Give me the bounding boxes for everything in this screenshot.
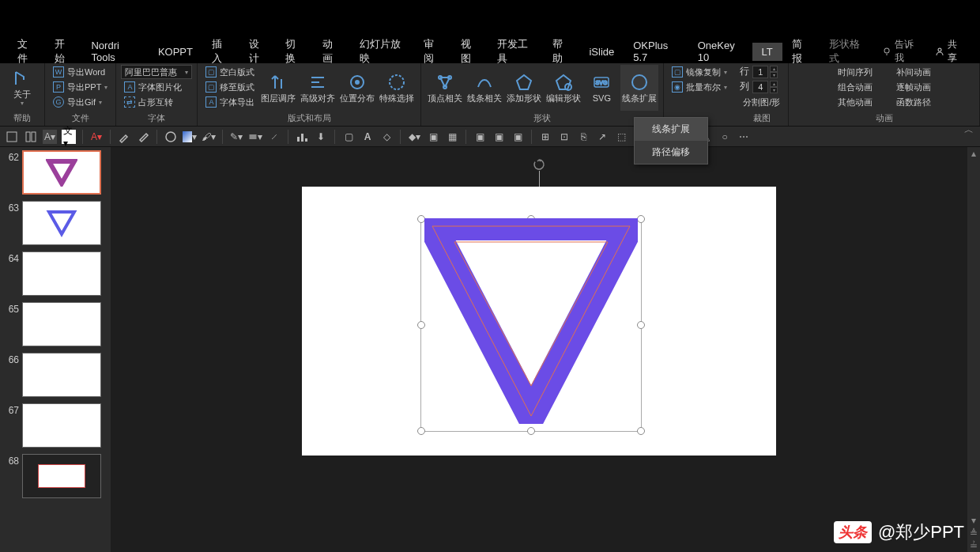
shape-swap[interactable]: ⇄占形互转 — [121, 95, 192, 109]
group-icon[interactable]: ▣ — [511, 130, 525, 144]
font-export[interactable]: A字体导出 — [202, 95, 258, 109]
font-to-image[interactable]: A字体图片化 — [121, 80, 192, 94]
download-icon[interactable]: ⬇ — [314, 130, 328, 144]
slide-thumbnails[interactable]: 62 63 64 65 66 67 68 — [0, 147, 111, 552]
misc3-icon[interactable]: ⎘ — [576, 130, 590, 144]
position-dist[interactable]: 位置分布 — [338, 65, 376, 111]
scroll-down[interactable]: ▾ — [967, 514, 980, 527]
scroll-up[interactable]: ▴ — [967, 147, 980, 160]
frame-anim[interactable]: 逐帧动画 — [893, 80, 934, 94]
triangle-shape[interactable] — [424, 218, 638, 424]
layer2-icon[interactable]: ▦ — [445, 130, 459, 144]
svg-btn[interactable]: SVGSVG — [584, 65, 619, 111]
square-icon[interactable]: ▢ — [341, 130, 356, 144]
canvas[interactable] — [111, 147, 967, 552]
send-back-icon[interactable]: ▣ — [492, 130, 506, 144]
thumb-65[interactable]: 65 — [3, 302, 107, 346]
move-icon: ▢ — [205, 81, 217, 93]
prev-slide[interactable]: ≜ — [967, 527, 980, 539]
misc2-icon[interactable]: ⊡ — [557, 130, 571, 144]
batch-bool[interactable]: ◉批量布尔▾ — [669, 80, 730, 94]
next-slide[interactable]: ≟ — [967, 539, 980, 552]
menu-onekey[interactable]: OneKey 10 — [688, 36, 752, 66]
brush-icon[interactable] — [136, 130, 150, 144]
thumb-66[interactable]: 66 — [3, 353, 107, 397]
handle-tr[interactable] — [637, 215, 645, 223]
text-a-icon[interactable]: A — [360, 130, 375, 144]
rotation-handle[interactable] — [533, 158, 545, 171]
mirror-copy[interactable]: ▢镜像复制▾ — [669, 65, 730, 79]
row-spinner[interactable]: 1▴▾ — [752, 66, 778, 78]
add-shape[interactable]: 添加形状 — [505, 65, 543, 111]
misc5-icon[interactable]: ⬚ — [614, 130, 628, 144]
font-select[interactable]: 阿里巴巴普惠▾ — [121, 65, 192, 79]
menu-islide[interactable]: iSlide — [579, 43, 624, 61]
dropdown-line-expand[interactable]: 线条扩展 — [635, 118, 707, 141]
menu-lt[interactable]: LT — [752, 43, 782, 61]
collapse-ribbon[interactable]: ︿ — [964, 123, 974, 137]
handle-br[interactable] — [637, 427, 645, 435]
tag-icon[interactable]: ◆▾ — [407, 130, 421, 144]
menu-nordri[interactable]: Nordri Tools — [81, 36, 148, 66]
triangle-purple-icon — [46, 158, 77, 187]
textbox-a[interactable]: A▾ — [43, 130, 57, 144]
handle-bc[interactable] — [527, 427, 535, 435]
circle2-icon[interactable]: ○ — [718, 130, 732, 144]
layer1-icon[interactable]: ▣ — [426, 130, 440, 144]
textbox-wen[interactable]: 文▾ — [62, 130, 76, 144]
special-select[interactable]: 特殊选择 — [378, 65, 416, 111]
vertex[interactable]: 顶点相关 — [426, 65, 464, 111]
gif-icon: G — [53, 96, 64, 108]
chart-icon[interactable] — [295, 130, 309, 144]
col-spinner[interactable]: 4▴▾ — [752, 81, 778, 93]
line-expand[interactable]: 线条扩展 — [620, 65, 658, 111]
export-ppt[interactable]: P导出PPT▾ — [50, 80, 111, 94]
more-icon[interactable]: ⋯ — [737, 130, 751, 144]
lightbulb-icon — [882, 46, 891, 57]
tool-1[interactable] — [5, 130, 19, 144]
misc4-icon[interactable]: ↗ — [595, 130, 609, 144]
thumb-67[interactable]: 67 — [3, 403, 107, 448]
bring-front-icon[interactable]: ▣ — [473, 130, 487, 144]
slide-canvas[interactable] — [302, 187, 776, 456]
diamond-icon[interactable]: ◇ — [379, 130, 394, 144]
handle-bl[interactable] — [417, 427, 425, 435]
timeline[interactable]: 时间序列 — [835, 65, 876, 79]
eyedrop2-icon[interactable]: ⟋ — [267, 130, 281, 144]
thumb-63[interactable]: 63 — [3, 201, 107, 245]
edit-shape[interactable]: 编辑形状 — [545, 65, 582, 111]
pen-icon[interactable]: ✎▾ — [229, 130, 243, 144]
dropdown-path-offset[interactable]: 路径偏移 — [635, 141, 707, 164]
export-gif[interactable]: G导出Gif▾ — [50, 95, 111, 109]
watermark: 头条 @郑少PPT — [834, 520, 964, 544]
paint-icon[interactable]: 🖌▾ — [202, 130, 216, 144]
split-image[interactable]: 分割图/形 — [740, 95, 783, 109]
thumb-64[interactable]: 64 — [3, 251, 107, 296]
tween-anim[interactable]: 补间动画 — [893, 65, 934, 79]
thumb-62[interactable]: 62 — [3, 150, 107, 195]
about-button[interactable]: 关于▾ — [5, 65, 40, 111]
thumb-68[interactable]: 68 — [3, 454, 107, 498]
menu-okplus[interactable]: OKPlus 5.7 — [624, 36, 688, 66]
font-color[interactable]: A▾ — [89, 130, 104, 144]
menu-koppt[interactable]: KOPPT — [149, 43, 202, 61]
adv-align[interactable]: 高级对齐 — [299, 65, 337, 111]
func-path[interactable]: 函数路径 — [893, 95, 934, 109]
eyedropper-icon[interactable] — [117, 130, 131, 144]
info-icon — [13, 69, 32, 88]
fill-swatch[interactable]: ▾ — [183, 130, 197, 144]
rect-icon[interactable]: ▾ — [248, 130, 262, 144]
move-layout[interactable]: ▢移至版式 — [202, 80, 258, 94]
handle-mr[interactable] — [637, 321, 645, 329]
export-word[interactable]: W导出Word — [50, 65, 111, 79]
vertical-scrollbar[interactable]: ▴ ▾ ≜ ≟ — [967, 147, 980, 552]
circle-icon[interactable] — [164, 130, 178, 144]
combo-anim[interactable]: 组合动画 — [835, 80, 876, 94]
person-icon — [935, 46, 944, 57]
misc1-icon[interactable]: ⊞ — [538, 130, 552, 144]
layer-order[interactable]: 图层调序 — [259, 65, 297, 111]
blank-layout[interactable]: ▢空白版式 — [202, 65, 258, 79]
tool-2[interactable] — [24, 130, 38, 144]
other-anim[interactable]: 其他动画 — [835, 95, 876, 109]
line-related[interactable]: 线条相关 — [466, 65, 503, 111]
